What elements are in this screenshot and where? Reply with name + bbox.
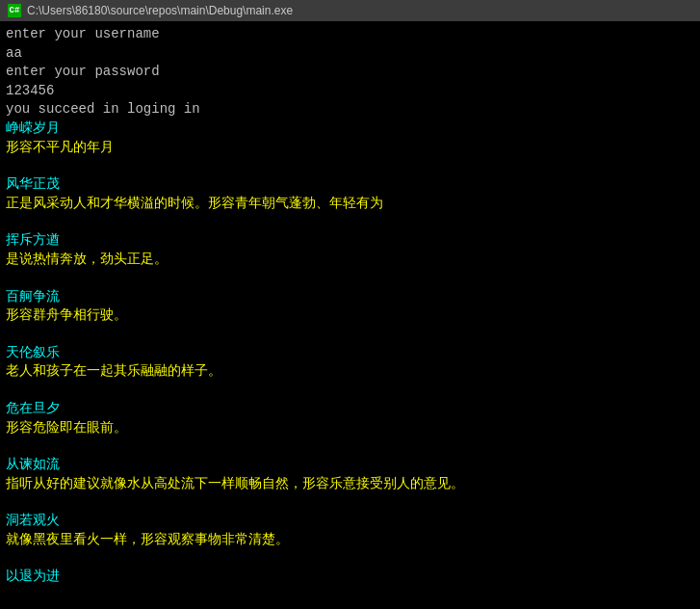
title-bar: C# C:\Users\86180\source\repos\main\Debu…	[0, 0, 700, 21]
console-line	[6, 157, 694, 175]
console-line: 洞若观火	[6, 512, 694, 531]
console-line: 峥嵘岁月	[6, 119, 694, 139]
console-line: 形容不平凡的年月	[6, 139, 694, 158]
console-line: 指听从好的建议就像水从高处流下一样顺畅自然，形容乐意接受别人的意见。	[6, 475, 694, 494]
console-line	[6, 326, 694, 344]
console-line: enter your username	[6, 25, 694, 44]
console-body: enter your usernameaaenter your password…	[0, 21, 700, 609]
console-line: 挥斥方遒	[6, 231, 694, 251]
console-line	[6, 270, 694, 288]
console-line: 百舸争流	[6, 288, 694, 307]
console-line	[6, 382, 694, 400]
console-line	[6, 213, 694, 231]
console-line: 就像黑夜里看火一样，形容观察事物非常清楚。	[6, 531, 694, 550]
console-line: 形容危险即在眼前。	[6, 419, 694, 438]
console-line: enter your password	[6, 63, 694, 82]
console-line	[6, 437, 694, 456]
console-line: aa	[6, 44, 694, 64]
console-line	[6, 549, 694, 568]
console-line: you succeed in loging in	[6, 100, 694, 119]
console-line: 风华正茂	[6, 175, 694, 195]
console-line: 老人和孩子在一起其乐融融的样子。	[6, 362, 694, 382]
app-icon: C#	[8, 4, 21, 17]
console-line: 形容群舟争相行驶。	[6, 306, 694, 326]
console-line: 危在旦夕	[6, 400, 694, 419]
console-line: 从谏如流	[6, 456, 694, 475]
console-line: 正是风采动人和才华横溢的时候。形容青年朝气蓬勃、年轻有为	[6, 195, 694, 214]
console-line: 以退为进	[6, 568, 694, 587]
console-line: 天伦叙乐	[6, 344, 694, 363]
console-line	[6, 493, 694, 512]
console-line: 123456	[6, 82, 694, 101]
console-line: 是说热情奔放，劲头正足。	[6, 251, 694, 270]
title-text: C:\Users\86180\source\repos\main\Debug\m…	[27, 4, 293, 17]
